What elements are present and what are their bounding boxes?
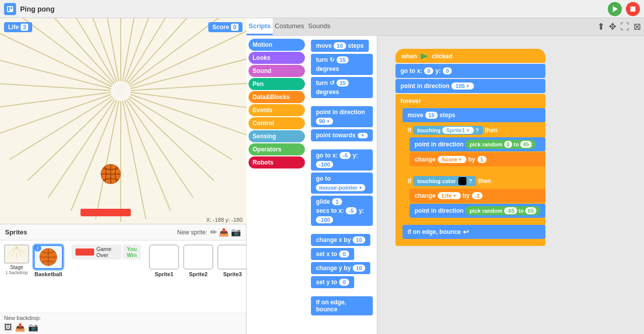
block-turn-ccw[interactable]: turn ↺ 15 degrees <box>311 77 373 98</box>
block-when-clicked[interactable]: when clicked <box>395 49 545 63</box>
stage-thumbnail[interactable]: Stage 1 backdrop <box>4 244 29 275</box>
camera-backdrop-button[interactable]: 📷 <box>28 322 38 332</box>
category-events[interactable]: Events <box>249 104 305 116</box>
new-backdrop-section: New backdrop: 🖼 📤 📷 <box>0 312 246 334</box>
new-backdrop-tools: 🖼 📤 📷 <box>4 322 242 332</box>
block-if2-header[interactable]: if touching color ? then <box>403 174 496 189</box>
icon-bar-right: ⬆ ✥ ⛶ ⊠ <box>593 21 644 32</box>
score-badge: Score 0 <box>208 22 243 32</box>
if1-inner: point in direction pick random 0 to 45 <box>410 137 545 166</box>
block-goto-pointer[interactable]: go to mouse-pointer <box>311 173 373 194</box>
sprite-tools: ✏ 📤 📷 <box>210 227 241 237</box>
sprite-thumb-basketball[interactable]: i Basketball <box>33 244 63 277</box>
blocks-scripts-area: Motion Looks Sound Pen Data&Blocks Event… <box>247 36 644 334</box>
block-change-x[interactable]: change x by 10 <box>311 234 370 246</box>
stage-thumb-label: Stage <box>10 265 23 270</box>
block-if2-container: if touching color ? then <box>403 174 545 224</box>
upload-sprite-button[interactable]: 📤 <box>219 227 229 237</box>
category-motion[interactable]: Motion <box>249 39 305 51</box>
sprite-thumb-sprite1[interactable]: Sprite1 <box>149 244 179 277</box>
left-panel: Life 3 Score 0 <box>0 18 247 334</box>
app-icon <box>4 3 16 15</box>
block-script-if-edge[interactable]: if on edge, bounce ↩ <box>403 225 545 239</box>
block-script-change-score[interactable]: change Score by 1 <box>410 152 545 166</box>
costume-strip: Game Over You Win <box>71 244 141 260</box>
tab-sounds[interactable]: Sounds <box>306 18 333 35</box>
svg-rect-2 <box>11 7 12 9</box>
move-icon-button[interactable]: ✥ <box>609 21 616 32</box>
category-robots[interactable]: Robots <box>249 156 305 169</box>
category-data[interactable]: Data&Blocks <box>249 91 305 103</box>
categories-list: Motion Looks Sound Pen Data&Blocks Event… <box>247 36 307 334</box>
forever-inner: move 15 steps if touching <box>403 108 545 239</box>
paint-backdrop-button[interactable]: 🖼 <box>4 322 12 332</box>
block-point-direction[interactable]: point in direction 90 <box>311 106 373 127</box>
stop-button[interactable] <box>626 2 640 16</box>
green-flag-button[interactable] <box>608 2 622 16</box>
sprite-thumb-label-basketball: Basketball <box>34 271 62 277</box>
costume-item-youwin: You Win <box>123 244 141 260</box>
shrink-icon-button[interactable]: ⊠ <box>633 21 641 32</box>
block-set-x[interactable]: set x to 0 <box>311 248 354 260</box>
main-script-stack: when clicked go to x: 0 y: 0 <box>395 49 545 246</box>
svg-point-38 <box>111 81 131 101</box>
upload-backdrop-button[interactable]: 📤 <box>15 322 25 332</box>
upload-icon-button[interactable]: ⬆ <box>597 21 605 32</box>
color-swatch[interactable] <box>458 177 466 185</box>
blocks-list: move 10 steps turn ↻ 15 degrees turn ↺ 1… <box>307 36 377 334</box>
touching-condition: touching Sprite1 ? <box>413 126 482 135</box>
block-point-towards[interactable]: point towards <box>311 129 373 141</box>
category-sensing[interactable]: Sensing <box>249 130 305 142</box>
block-script-move[interactable]: move 15 steps <box>403 108 545 122</box>
sprites-list: Stage 1 backdrop i Basketball <box>0 240 246 312</box>
block-script-point-random2[interactable]: point in direction pick random -65 to 65 <box>410 204 545 218</box>
sprite-thumb-sprite2[interactable]: Sprite2 <box>183 244 213 277</box>
category-pen[interactable]: Pen <box>249 78 305 90</box>
right-section: Scripts Costumes Sounds ⬆ ✥ ⛶ ⊠ Motion <box>247 18 644 334</box>
blocks-panel: Motion Looks Sound Pen Data&Blocks Event… <box>247 36 377 334</box>
new-sprite-label: New sprite: <box>177 229 207 236</box>
tabs-left: Scripts Costumes Sounds <box>247 18 333 35</box>
if1-footer <box>403 166 417 171</box>
scripts-panel: when clicked go to x: 0 y: 0 <box>377 36 644 334</box>
scripts-container: when clicked go to x: 0 y: 0 <box>385 44 637 334</box>
expand-icon-button[interactable]: ⛶ <box>620 21 629 32</box>
block-separator-4 <box>311 290 373 294</box>
sprite-thumb-image-sprite3 <box>217 244 246 270</box>
pick-random-1: pick random 0 to 45 <box>465 140 535 149</box>
category-control[interactable]: Control <box>249 117 305 129</box>
category-sound[interactable]: Sound <box>249 65 305 77</box>
block-script-goto[interactable]: go to x: 0 y: 0 <box>395 64 545 78</box>
block-goto-xy[interactable]: go to x: -5 y: -100 <box>311 149 373 171</box>
category-looks[interactable]: Looks <box>249 52 305 64</box>
main-area: Life 3 Score 0 <box>0 18 644 334</box>
tab-scripts[interactable]: Scripts <box>247 18 273 35</box>
life-value: 3 <box>21 24 28 31</box>
sprite-thumb-image-sprite2 <box>183 244 213 270</box>
block-turn-cw[interactable]: turn ↻ 15 degrees <box>311 54 373 75</box>
block-script-point-dir[interactable]: point in direction 105 <box>395 79 545 93</box>
sprite-thumb-label-sprite2: Sprite2 <box>189 271 207 277</box>
block-change-y[interactable]: change y by 10 <box>311 262 370 274</box>
camera-sprite-button[interactable]: 📷 <box>231 227 241 237</box>
pick-random-2: pick random -65 to 65 <box>465 206 540 215</box>
svg-rect-4 <box>630 7 635 12</box>
sprites-label: Sprites <box>5 228 177 236</box>
block-forever-header[interactable]: forever <box>395 94 426 108</box>
sprite-info-badge: i <box>34 244 41 252</box>
category-operators[interactable]: Operators <box>249 143 305 155</box>
block-glide[interactable]: glide 1 secs to x: -5 y: -100 <box>311 196 373 226</box>
flag-icon <box>420 53 429 60</box>
block-script-change-life[interactable]: change Life by -1 <box>410 189 545 203</box>
new-backdrop-label: New backdrop: <box>4 315 242 321</box>
block-if1-header[interactable]: if touching Sprite1 ? then <box>403 123 503 137</box>
block-set-y[interactable]: set y to 0 <box>311 276 354 288</box>
sprite-thumb-sprite3[interactable]: Sprite3 <box>217 244 246 277</box>
forever-footer <box>395 239 410 244</box>
block-script-point-random1[interactable]: point in direction pick random 0 to 45 <box>410 137 545 151</box>
block-if-on-edge[interactable]: if on edge, bounce <box>311 296 373 315</box>
stage-coords: X: -188 y: -180 <box>206 217 243 223</box>
tab-costumes[interactable]: Costumes <box>273 18 306 35</box>
block-move[interactable]: move 10 steps <box>311 40 369 52</box>
paint-sprite-button[interactable]: ✏ <box>210 227 217 237</box>
